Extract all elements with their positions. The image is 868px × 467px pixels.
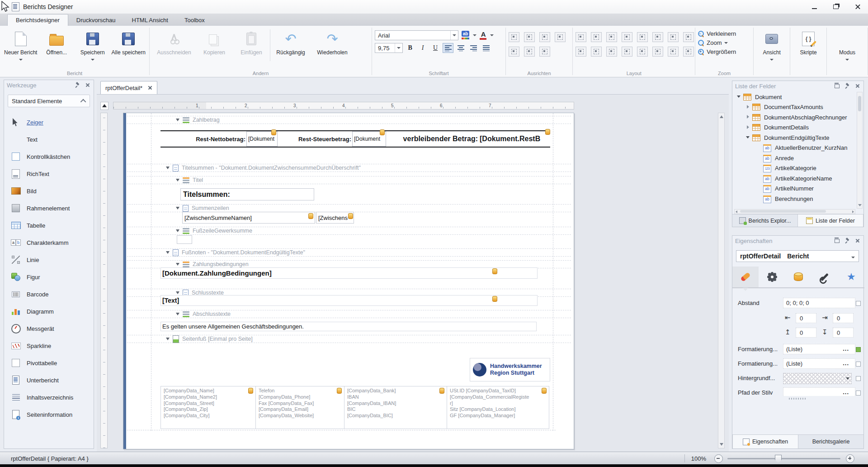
tab-favorites[interactable]: ★ <box>838 267 864 287</box>
save-button[interactable]: Speichern <box>75 28 111 62</box>
band-fussnoten[interactable]: Fußnoten - "Dokument.DokumentEndgültigTe… <box>127 248 571 257</box>
toolbox-item[interactable]: Tabelle <box>4 217 94 234</box>
zoom-slider-thumb[interactable] <box>775 455 782 463</box>
tree-expander-icon[interactable] <box>746 135 750 140</box>
chevron-down-icon[interactable] <box>473 34 476 36</box>
ellipsis-button[interactable]: ... <box>843 360 849 367</box>
ellipsis-button[interactable]: ... <box>843 345 849 352</box>
splitter-handle[interactable] <box>789 398 807 400</box>
company-table-col2[interactable]: Telefon[CompanyData_Phone]Fax [CompanyDa… <box>255 386 344 429</box>
layout-tool-button[interactable] <box>576 32 586 42</box>
property-checkbox[interactable] <box>856 391 861 396</box>
tab-design[interactable] <box>811 267 838 287</box>
field-list-horizontal-scrollbar[interactable] <box>734 209 855 214</box>
maximize-button[interactable] <box>831 3 841 11</box>
collapse-icon[interactable] <box>176 179 179 181</box>
layout-tool-button[interactable] <box>637 32 648 42</box>
tab-berichts-explorer[interactable]: Berichts Explor... <box>732 214 797 227</box>
field-tree-item[interactable]: DokumentEndgültigTexte <box>733 133 856 143</box>
toolbox-item[interactable]: Diagramm <box>4 303 94 320</box>
pad-right-field[interactable]: 0 <box>833 313 854 323</box>
toolbox-item[interactable]: Unterbericht <box>4 372 94 389</box>
band-zahlbetrag[interactable]: Zahlbetrag <box>127 116 571 124</box>
field-tree-item[interactable]: DokumentDetails <box>733 123 856 133</box>
align-tool-button[interactable] <box>539 47 550 57</box>
toolbox-item[interactable]: Text <box>4 131 94 148</box>
modus-button[interactable]: Modus <box>830 28 865 62</box>
field-tree-item[interactable]: AktuellerBenutzer_KurzNan <box>733 143 856 153</box>
payment-summary-table[interactable]: Rest-Nettobetrag: [Dokument Rest-Steuerb… <box>160 130 550 148</box>
ruler-corner-button[interactable] <box>100 102 108 110</box>
layout-tool-button[interactable] <box>668 32 679 42</box>
band-titelsummen[interactable]: Titelsummen - "Dokument.DokumentZwischen… <box>127 164 571 172</box>
field-tree-item[interactable]: ArtikelKategorieName <box>733 173 856 184</box>
toolbox-item[interactable]: Kontrollkästchen <box>4 148 94 165</box>
toolbox-item[interactable]: Zeiger <box>4 114 94 131</box>
align-tool-button[interactable] <box>555 32 566 42</box>
zwischensumme-value-field[interactable]: [Zwischens <box>316 212 354 224</box>
align-tool-button[interactable] <box>509 47 519 57</box>
cell-rest-steuerbetrag[interactable]: Rest-Steuerbetrag: <box>289 131 351 147</box>
company-table-col4[interactable]: USt.ID [CompanyData_TaxID][CompanyData_C… <box>447 386 549 429</box>
undo-button[interactable]: ↶ Rückgängig <box>270 28 311 56</box>
redo-button[interactable]: ↷ Wiederholen <box>311 28 354 56</box>
tree-expander-icon[interactable] <box>737 95 741 99</box>
layout-tool-button[interactable] <box>683 32 694 42</box>
align-tool-button[interactable] <box>539 32 550 42</box>
collapse-icon[interactable] <box>176 263 179 266</box>
property-checkbox[interactable] <box>856 376 861 381</box>
layout-tool-button[interactable] <box>637 47 648 57</box>
toolbox-item[interactable]: Bild <box>4 182 94 200</box>
bold-button[interactable]: B <box>405 43 415 53</box>
tab-eigenschaften[interactable]: Eigenschaften <box>732 435 798 448</box>
font-name-combo[interactable]: Arial <box>375 30 458 40</box>
collapse-icon[interactable] <box>176 207 179 210</box>
layout-tool-button[interactable] <box>622 47 632 57</box>
close-icon[interactable] <box>854 83 861 89</box>
tree-expander-icon[interactable] <box>746 115 750 119</box>
align-tool-button[interactable] <box>524 47 535 57</box>
ribbon-tab[interactable]: Berichtsdesigner <box>7 14 68 26</box>
field-tree-item[interactable]: Anrede <box>733 153 856 163</box>
tab-appearance[interactable] <box>732 267 759 287</box>
zwischensumme-name-field[interactable]: [ZwischenSummeNamen] <box>182 212 315 224</box>
collapse-icon[interactable] <box>166 251 170 254</box>
layout-tool-button[interactable] <box>652 47 663 57</box>
pin-icon[interactable] <box>844 83 851 89</box>
scrollbar-thumb[interactable] <box>740 210 826 213</box>
scrollbar-thumb[interactable] <box>858 96 861 111</box>
copy-button[interactable]: Kopieren <box>196 28 233 56</box>
skripte-button[interactable]: { } Skripte <box>793 28 824 56</box>
chevron-down-icon[interactable] <box>490 34 494 36</box>
zoom-in-button[interactable]: +Vergrößern <box>698 48 736 55</box>
toolbox-item[interactable]: Linie <box>4 251 94 268</box>
band-seitenfuss[interactable]: Seitenfuß [Einmal pro Seite] <box>127 335 571 343</box>
abstand-value-field[interactable]: 0; 0; 0; 0 <box>783 298 855 308</box>
band-summenzeilen[interactable]: Summenzeilen <box>127 204 571 212</box>
layout-tool-button[interactable] <box>591 32 602 42</box>
close-icon[interactable] <box>148 86 152 90</box>
toolbox-item[interactable]: Charakterkamm <box>4 234 94 251</box>
paste-button[interactable]: Einfügen <box>233 28 270 56</box>
cell-dokument-netto[interactable]: [Dokument <box>246 131 278 147</box>
align-tool-button[interactable] <box>524 32 535 42</box>
zoom-out-button[interactable]: -Verkleinern <box>698 30 736 37</box>
layout-tool-button[interactable] <box>591 47 602 57</box>
company-table-col1[interactable]: [CompanyData_Name][CompanyData_Name2][Co… <box>160 386 255 429</box>
band-titel[interactable]: Titel <box>127 176 571 184</box>
font-color-button[interactable]: A <box>478 30 488 40</box>
pad-top-field[interactable]: 0 <box>796 328 816 338</box>
toolbox-item[interactable]: Sparkline <box>4 337 94 354</box>
tab-data[interactable] <box>785 267 811 287</box>
toolbox-item[interactable]: RichText <box>4 165 94 182</box>
ribbon-tab[interactable]: HTML Ansicht <box>124 14 176 26</box>
zoom-slider[interactable] <box>727 458 840 459</box>
field-tree-item[interactable]: Berechnungen <box>733 194 856 204</box>
zoom-out-button[interactable] <box>714 454 723 463</box>
layout-tool-button[interactable] <box>576 47 586 57</box>
toolbox-section-header[interactable]: Standard Elemente <box>8 95 90 107</box>
pad-left-field[interactable]: 0 <box>796 313 816 323</box>
underline-button[interactable]: U <box>430 43 441 53</box>
field-tree-item[interactable]: Dokument <box>733 92 856 102</box>
layout-tool-button[interactable] <box>606 47 617 57</box>
